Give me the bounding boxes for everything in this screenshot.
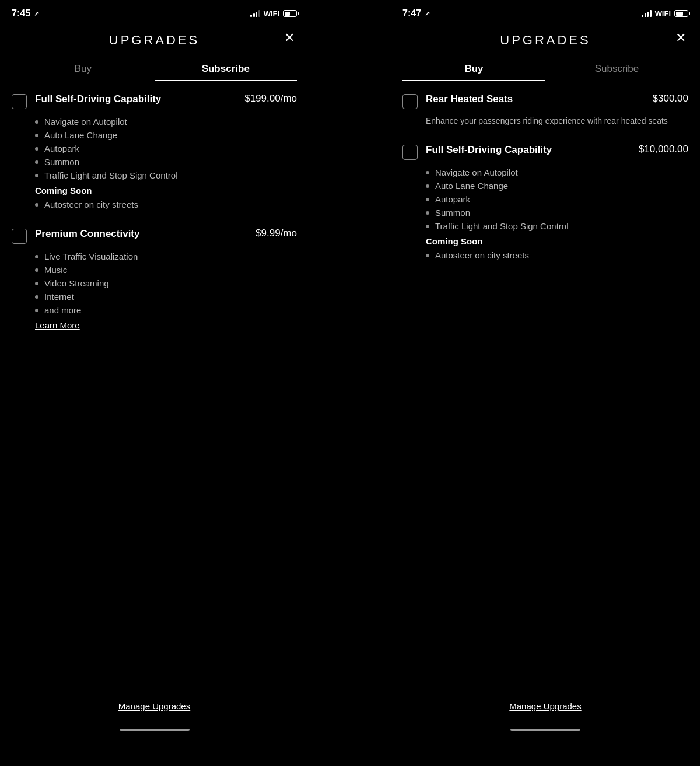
rear-heated-seats-header: Rear Heated Seats $300.00 bbox=[402, 93, 688, 109]
premium-connectivity-title-price: Premium Connectivity $9.99/mo bbox=[35, 228, 297, 240]
fsd-sub-features: Navigate on Autopilot Auto Lane Change A… bbox=[35, 115, 297, 182]
fsd-sub-checkbox[interactable] bbox=[12, 94, 27, 109]
home-indicator-right bbox=[510, 729, 580, 731]
list-item: Summon bbox=[35, 155, 297, 169]
fsd-buy-name: Full Self-Driving Capability bbox=[426, 144, 633, 156]
list-item: Autosteer on city streets bbox=[426, 249, 688, 262]
page-title-left: UPGRADES bbox=[109, 33, 200, 48]
rear-heated-seats-item: Rear Heated Seats $300.00 Enhance your p… bbox=[402, 93, 688, 127]
premium-connectivity-name: Premium Connectivity bbox=[35, 228, 250, 240]
tab-subscribe-left[interactable]: Subscribe bbox=[155, 57, 298, 81]
bullet-icon bbox=[35, 282, 38, 285]
bullet-icon bbox=[35, 174, 38, 177]
bullet-icon bbox=[35, 203, 38, 207]
tab-buy-left[interactable]: Buy bbox=[12, 57, 155, 81]
page-title-right: UPGRADES bbox=[500, 33, 590, 48]
manage-upgrades-right[interactable]: Manage Upgrades bbox=[509, 701, 581, 711]
bullet-icon bbox=[426, 171, 429, 174]
bullet-icon bbox=[426, 211, 429, 215]
list-item: Auto Lane Change bbox=[35, 128, 297, 142]
location-icon-right: ↗ bbox=[425, 10, 430, 18]
list-item: Navigate on Autopilot bbox=[35, 115, 297, 128]
bullet-icon bbox=[426, 225, 429, 228]
premium-connectivity-features: Live Traffic Visualization Music Video S… bbox=[35, 250, 297, 317]
fsd-buy-checkbox[interactable] bbox=[402, 145, 418, 160]
fsd-buy-item: Full Self-Driving Capability $10,000.00 … bbox=[402, 144, 688, 262]
battery-icon-right bbox=[674, 10, 688, 17]
status-left-right: 7:47 ↗ bbox=[402, 8, 430, 19]
fsd-buy-title-price: Full Self-Driving Capability $10,000.00 bbox=[426, 144, 688, 156]
rear-heated-seats-price: $300.00 bbox=[653, 93, 688, 104]
fsd-buy-coming-soon-features: Autosteer on city streets bbox=[426, 249, 688, 262]
signal-bar-1 bbox=[642, 15, 643, 17]
fsd-sub-name: Full Self-Driving Capability bbox=[35, 93, 239, 106]
rear-heated-seats-description: Enhance your passengers riding experienc… bbox=[426, 115, 688, 127]
footer-left: Manage Upgrades bbox=[0, 690, 309, 723]
fsd-buy-header: Full Self-Driving Capability $10,000.00 bbox=[402, 144, 688, 160]
fsd-buy-features: Navigate on Autopilot Auto Lane Change A… bbox=[426, 166, 688, 233]
status-bar-right: 7:47 ↗ WiFi bbox=[391, 0, 700, 23]
left-screen: 7:45 ↗ WiFi UPGRADES ✕ bbox=[0, 0, 309, 766]
home-indicator-left bbox=[120, 729, 190, 731]
fsd-sub-title-price: Full Self-Driving Capability $199.00/mo bbox=[35, 93, 297, 106]
signal-bar-3 bbox=[256, 12, 257, 17]
location-icon-left: ↗ bbox=[34, 10, 39, 18]
rear-heated-seats-name: Rear Heated Seats bbox=[426, 93, 647, 106]
status-time-left: 7:45 bbox=[12, 8, 30, 19]
list-item: Music bbox=[35, 263, 297, 277]
header-right: UPGRADES ✕ bbox=[391, 23, 700, 53]
bullet-icon bbox=[35, 134, 38, 137]
bullet-icon bbox=[35, 160, 38, 164]
bullet-icon bbox=[426, 184, 429, 188]
status-right-left: WiFi bbox=[250, 9, 297, 18]
list-item: Autopark bbox=[35, 142, 297, 155]
list-item: Traffic Light and Stop Sign Control bbox=[426, 219, 688, 233]
bullet-icon bbox=[35, 120, 38, 124]
fsd-sub-price: $199.00/mo bbox=[244, 93, 297, 104]
tabs-right: Buy Subscribe bbox=[402, 57, 688, 81]
list-item: Autosteer on city streets bbox=[35, 198, 297, 211]
bullet-icon bbox=[35, 255, 38, 258]
list-item: and more bbox=[35, 303, 297, 317]
header-left: UPGRADES ✕ bbox=[0, 23, 309, 53]
screen-gap bbox=[309, 0, 391, 766]
right-screen: 7:47 ↗ WiFi UPGRADES ✕ bbox=[391, 0, 700, 766]
status-left: 7:45 ↗ bbox=[12, 8, 39, 19]
items-list-left: Full Self-Driving Capability $199.00/mo … bbox=[0, 81, 309, 690]
signal-bar-3 bbox=[647, 12, 649, 17]
premium-connectivity-header: Premium Connectivity $9.99/mo bbox=[12, 228, 297, 244]
close-button-right[interactable]: ✕ bbox=[676, 32, 686, 44]
bullet-icon bbox=[35, 295, 38, 299]
premium-connectivity-price: $9.99/mo bbox=[256, 228, 297, 239]
premium-connectivity-checkbox[interactable] bbox=[12, 229, 27, 244]
list-item: Navigate on Autopilot bbox=[426, 166, 688, 179]
list-item: Autopark bbox=[426, 193, 688, 206]
status-bar-left: 7:45 ↗ WiFi bbox=[0, 0, 309, 23]
rear-heated-seats-title-price: Rear Heated Seats $300.00 bbox=[426, 93, 688, 106]
rear-heated-seats-checkbox[interactable] bbox=[402, 94, 418, 109]
signal-bar-4 bbox=[258, 10, 260, 17]
bullet-icon bbox=[35, 268, 38, 272]
status-right-right: WiFi bbox=[642, 9, 688, 18]
fsd-sub-coming-soon-features: Autosteer on city streets bbox=[35, 198, 297, 211]
coming-soon-label-fsd-buy: Coming Soon bbox=[426, 236, 688, 246]
status-time-right: 7:47 bbox=[402, 8, 421, 19]
close-button-left[interactable]: ✕ bbox=[284, 32, 295, 44]
learn-more-link[interactable]: Learn More bbox=[35, 320, 297, 330]
bullet-icon bbox=[35, 147, 38, 151]
tab-buy-right[interactable]: Buy bbox=[402, 57, 545, 81]
fsd-buy-price: $10,000.00 bbox=[639, 144, 688, 155]
items-list-right: Rear Heated Seats $300.00 Enhance your p… bbox=[391, 81, 700, 690]
coming-soon-label-fsd-sub: Coming Soon bbox=[35, 186, 297, 195]
signal-bar-2 bbox=[253, 13, 255, 17]
manage-upgrades-left[interactable]: Manage Upgrades bbox=[118, 701, 190, 711]
tab-subscribe-right[interactable]: Subscribe bbox=[545, 57, 688, 81]
wifi-icon-left: WiFi bbox=[264, 9, 279, 18]
signal-bars-left bbox=[250, 10, 260, 17]
bullet-icon bbox=[35, 309, 38, 312]
list-item: Live Traffic Visualization bbox=[35, 250, 297, 263]
signal-bars-right bbox=[642, 10, 652, 17]
signal-bar-2 bbox=[645, 13, 646, 17]
tabs-left: Buy Subscribe bbox=[12, 57, 297, 81]
signal-bar-1 bbox=[250, 15, 252, 17]
